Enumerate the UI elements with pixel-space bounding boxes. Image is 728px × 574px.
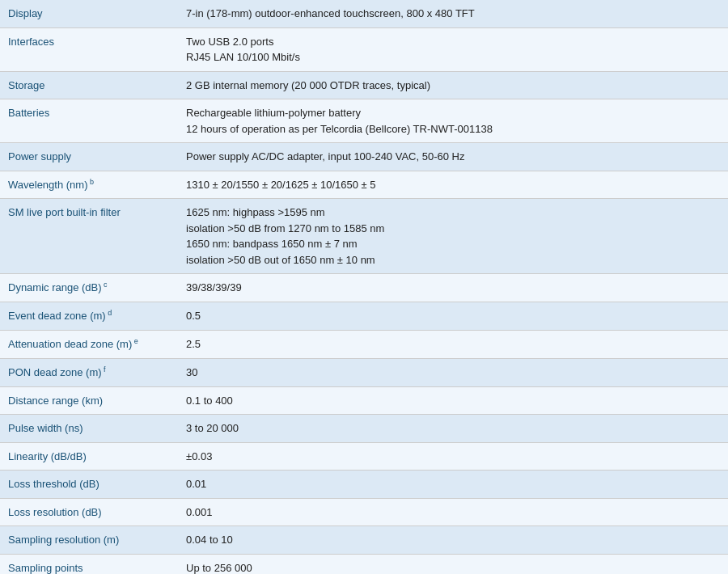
spec-label: Loss resolution (dB) — [0, 498, 178, 526]
table-row: PON dead zone (m) f30 — [0, 358, 728, 386]
spec-value: 30 — [178, 358, 728, 386]
table-row: SM live port built-in filter1625 nm: hig… — [0, 199, 728, 274]
table-row: Wavelength (nm) b1310 ± 20/1550 ± 20/162… — [0, 171, 728, 199]
table-row: Display7-in (178-mm) outdoor-enhanced to… — [0, 0, 728, 27]
table-row: Attenuation dead zone (m) e2.5 — [0, 330, 728, 358]
spec-value: Up to 256 000 — [178, 554, 728, 574]
spec-label: Batteries — [0, 99, 178, 143]
spec-value: 3 to 20 000 — [178, 415, 728, 443]
table-row: Power supplyPower supply AC/DC adapter, … — [0, 143, 728, 171]
spec-value: 0.04 to 10 — [178, 526, 728, 555]
spec-value: 1625 nm: highpass >1595 nm isolation >50… — [178, 199, 728, 274]
spec-value: 2 GB internal memory (20 000 OTDR traces… — [178, 71, 728, 99]
table-row: BatteriesRechargeable lithium-polymer ba… — [0, 99, 728, 143]
spec-label: Power supply — [0, 143, 178, 171]
spec-label: Distance range (km) — [0, 386, 178, 415]
spec-value: 0.001 — [178, 498, 728, 526]
spec-label: Pulse width (ns) — [0, 415, 178, 443]
spec-value: ±0.03 — [178, 442, 728, 471]
spec-label: PON dead zone (m) f — [0, 358, 178, 386]
table-row: Event dead zone (m) d0.5 — [0, 302, 728, 331]
table-row: Sampling resolution (m)0.04 to 10 — [0, 526, 728, 555]
spec-value: 1310 ± 20/1550 ± 20/1625 ± 10/1650 ± 5 — [178, 171, 728, 199]
spec-label: Dynamic range (dB) c — [0, 274, 178, 302]
spec-value: Power supply AC/DC adapter, input 100-24… — [178, 143, 728, 171]
spec-label: Storage — [0, 71, 178, 99]
spec-value: 0.5 — [178, 302, 728, 331]
spec-label: Interfaces — [0, 27, 178, 71]
spec-label: Linearity (dB/dB) — [0, 442, 178, 471]
spec-value: Rechargeable lithium-polymer battery12 h… — [178, 99, 728, 143]
spec-label: Sampling resolution (m) — [0, 526, 178, 555]
spec-label: SM live port built-in filter — [0, 199, 178, 274]
spec-label: Event dead zone (m) d — [0, 302, 178, 331]
spec-value: 7-in (178-mm) outdoor-enhanced touchscre… — [178, 0, 728, 27]
table-row: Distance range (km)0.1 to 400 — [0, 386, 728, 415]
table-row: Loss resolution (dB)0.001 — [0, 498, 728, 526]
spec-label: Attenuation dead zone (m) e — [0, 330, 178, 358]
spec-label: Sampling points — [0, 554, 178, 574]
table-row: Storage2 GB internal memory (20 000 OTDR… — [0, 71, 728, 99]
spec-label: Wavelength (nm) b — [0, 171, 178, 199]
table-row: Pulse width (ns)3 to 20 000 — [0, 415, 728, 443]
spec-value: Two USB 2.0 portsRJ45 LAN 10/100 Mbit/s — [178, 27, 728, 71]
table-row: Dynamic range (dB) c39/38/39/39 — [0, 274, 728, 302]
spec-label: Display — [0, 0, 178, 27]
table-row: Linearity (dB/dB)±0.03 — [0, 442, 728, 471]
spec-value: 39/38/39/39 — [178, 274, 728, 302]
spec-label: Loss threshold (dB) — [0, 471, 178, 499]
table-row: Loss threshold (dB)0.01 — [0, 471, 728, 499]
table-row: InterfacesTwo USB 2.0 portsRJ45 LAN 10/1… — [0, 27, 728, 71]
spec-value: 2.5 — [178, 330, 728, 358]
spec-value: 0.1 to 400 — [178, 386, 728, 415]
spec-value: 0.01 — [178, 471, 728, 499]
spec-table: Display7-in (178-mm) outdoor-enhanced to… — [0, 0, 728, 574]
table-row: Sampling pointsUp to 256 000 — [0, 554, 728, 574]
